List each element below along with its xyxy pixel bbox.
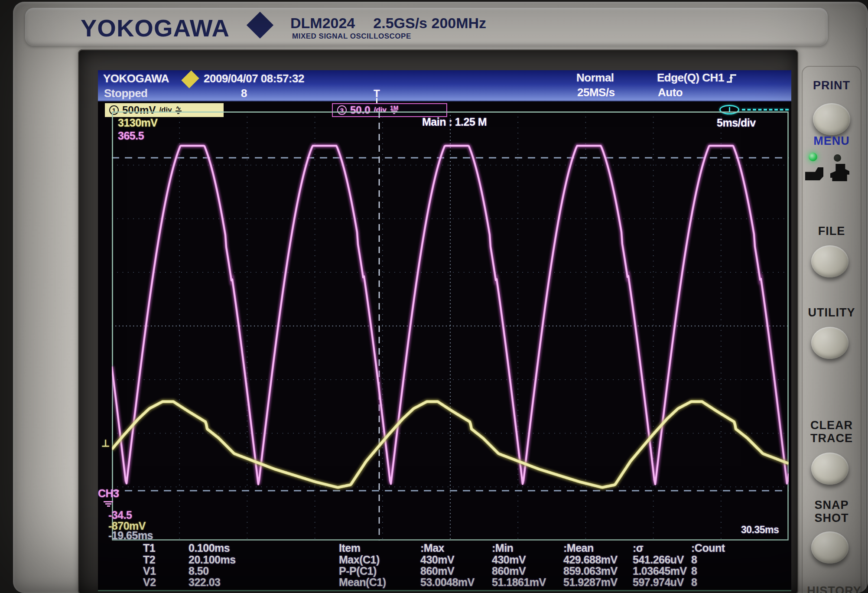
waveform-svg	[112, 111, 789, 541]
waveform-graticule: 3130mV 365.5 Main : 1.25 M 5ms/div 30.35…	[112, 111, 789, 541]
snapshot-button[interactable]	[811, 531, 848, 564]
file-label: FILE	[802, 225, 861, 238]
lcd-screen: YOKOGAWA 2009/04/07 08:57:32 Normal Edge…	[98, 70, 791, 591]
clear-trace-label: CLEARTRACE	[802, 419, 861, 445]
table-cell: 860mV	[420, 565, 454, 577]
table-cell: 597.974uV	[633, 576, 684, 589]
brand-logo: YOKOGAWA	[81, 14, 230, 42]
table-cell: P-P(C1)	[339, 565, 377, 577]
snapshot-label: SNAPSHOT	[802, 499, 861, 525]
table-cell: 8	[691, 565, 697, 577]
table-cell: 541.266uV	[633, 554, 684, 566]
table-header-cell: :Max	[420, 542, 444, 554]
model-number: DLM2024	[290, 15, 355, 31]
table-cell: V1	[143, 565, 156, 577]
trigger-mode-label: Normal	[576, 71, 614, 85]
timebase-readout: 5ms/div	[717, 117, 756, 129]
status-datetime: 2009/04/07 08:57:32	[204, 72, 304, 85]
model-specs: 2.5GS/s 200MHz	[373, 15, 486, 31]
ch1-readout: 3130mV	[118, 117, 158, 129]
photo-frame: YOKOGAWA DLM20242.5GS/s 200MHz MIXED SIG…	[0, 0, 868, 593]
menu-led-on	[809, 153, 817, 161]
history-label: HISTORY	[802, 584, 867, 593]
yellow-diamond-icon	[181, 70, 199, 88]
ch1-ground-marker: ⊥	[101, 438, 110, 449]
table-cell: 20.100ms	[189, 554, 236, 566]
oscilloscope-device: YOKOGAWA DLM20242.5GS/s 200MHz MIXED SIG…	[13, 2, 868, 593]
trigger-mode: Auto	[658, 86, 683, 99]
table-cell: 0.100ms	[189, 542, 230, 554]
ch3-ground-label: CH3	[98, 487, 119, 500]
clear-trace-line2: TRACE	[810, 432, 853, 445]
rising-edge-icon	[725, 73, 738, 84]
table-header-cell: :σ	[633, 542, 643, 554]
table-cell: V2	[143, 576, 156, 589]
table-cell: Mean(C1)	[339, 576, 386, 589]
table-cell: T1	[143, 542, 155, 554]
model-subtitle: MIXED SIGNAL OSCILLOSCOPE	[292, 32, 411, 41]
status-bar: YOKOGAWA 2009/04/07 08:57:32 Normal Edge…	[98, 70, 791, 101]
table-header-cell: :Min	[492, 542, 513, 554]
trigger-marker-letter: T	[374, 88, 380, 99]
table-cell: 322.03	[189, 576, 220, 589]
zoom-dashes	[742, 109, 789, 111]
table-cell: 51.9287mV	[563, 576, 618, 589]
time-cursor-value: -19.65ms	[108, 529, 153, 542]
snapshot-line1: SNAP	[814, 499, 848, 512]
ch3-ground-icon	[103, 500, 114, 507]
table-cell: T2	[143, 554, 155, 566]
acq-status: Stopped	[104, 87, 148, 100]
side-control-panel: PRINT MENU FILE UTILITY CLEARTRACE SNAPS…	[784, 2, 868, 593]
diamond-logo-icon	[247, 12, 273, 39]
table-header-cell: :Count	[691, 542, 725, 554]
utility-button[interactable]	[811, 327, 848, 359]
measurement-table: T10.100msItem:Max:Min:Mean:σ:CountT220.1…	[98, 542, 791, 590]
table-cell: Max(C1)	[339, 554, 380, 566]
time-right-readout: 30.35ms	[741, 524, 779, 536]
table-cell: 430mV	[492, 554, 526, 566]
table-cell: 860mV	[492, 565, 526, 577]
table-cell: 430mV	[420, 554, 454, 566]
table-cell: 8.50	[189, 565, 209, 577]
brand-plate: YOKOGAWA DLM20242.5GS/s 200MHz MIXED SIG…	[25, 8, 828, 46]
table-cell: 53.0048mV	[420, 576, 475, 589]
table-cell: 1.03645mV	[633, 565, 687, 577]
status-bar-brand: YOKOGAWA	[103, 72, 169, 85]
model-label: DLM20242.5GS/s 200MHz	[290, 15, 486, 32]
snapshot-line2: SHOT	[814, 512, 848, 525]
trigger-source-label: Edge(Q) CH1	[657, 71, 724, 85]
clear-trace-line1: CLEAR	[810, 419, 853, 432]
table-header-cell: Item	[339, 542, 360, 554]
print-label: PRINT	[802, 79, 861, 92]
menu-led-off	[834, 154, 841, 162]
sample-rate: 25MS/s	[577, 86, 615, 99]
print-button[interactable]	[813, 103, 850, 135]
ch3-impedance: 1M	[390, 106, 398, 110]
clear-trace-button[interactable]	[811, 453, 848, 485]
acq-count: 8	[241, 87, 247, 100]
table-cell: 429.688mV	[563, 554, 618, 566]
record-length: Main : 1.25 M	[422, 116, 487, 128]
table-cell: 8	[691, 554, 697, 566]
panel-groove	[865, 28, 867, 593]
menu-label: MENU	[802, 134, 861, 147]
trigger-position-marker: T	[374, 88, 380, 104]
ch3-readout: 365.5	[118, 130, 144, 142]
file-button[interactable]	[811, 245, 848, 277]
utility-label: UTILITY	[802, 306, 861, 319]
table-cell: 859.063mV	[563, 565, 618, 577]
table-cell: 8	[691, 576, 697, 589]
table-cell: 51.1861mV	[492, 576, 546, 589]
table-header-cell: :Mean	[563, 542, 594, 554]
